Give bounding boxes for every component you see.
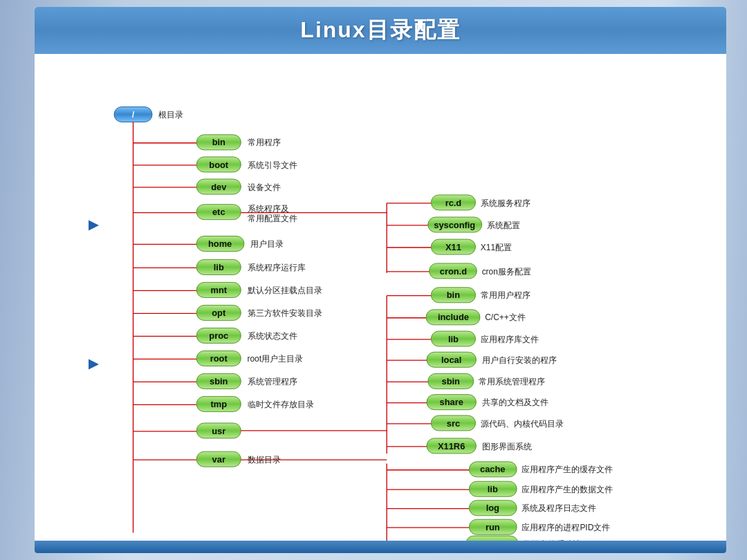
svg-text:共享的文档及文件: 共享的文档及文件 [482, 398, 548, 407]
diagram-svg: / 根目录 ▶ ▶ bin 常用程序 boot 系统引导文件 dev 设备文件 [35, 95, 726, 552]
svg-text:应用程序产生的缓存文件: 应用程序产生的缓存文件 [522, 465, 613, 474]
svg-text:cron服务配置: cron服务配置 [482, 267, 531, 277]
svg-text:系统配置: 系统配置 [487, 221, 520, 230]
svg-text:应用程序的进程PID文件: 应用程序的进程PID文件 [522, 523, 610, 532]
bottom-bar [35, 541, 726, 553]
svg-text:默认分区挂载点目录: 默认分区挂载点目录 [247, 286, 322, 295]
svg-text:根目录: 根目录 [158, 110, 183, 120]
svg-text:系统管理程序: 系统管理程序 [248, 377, 297, 386]
svg-text:var: var [212, 454, 225, 465]
svg-text:常用程序: 常用程序 [248, 138, 281, 147]
svg-text:src: src [447, 418, 460, 429]
svg-text:用户目录: 用户目录 [250, 239, 284, 249]
svg-text:系统引导文件: 系统引导文件 [248, 160, 297, 170]
svg-text:bin: bin [447, 290, 460, 300]
svg-text:应用程序库文件: 应用程序库文件 [481, 335, 539, 344]
svg-text:tmp: tmp [210, 399, 227, 409]
svg-text:lib: lib [488, 484, 498, 494]
svg-text:/: / [132, 109, 135, 120]
svg-text:▶: ▶ [89, 356, 100, 371]
svg-text:系统程序运行库: 系统程序运行库 [248, 263, 306, 272]
svg-text:X11R6: X11R6 [438, 441, 465, 451]
svg-text:用户自行安装的程序: 用户自行安装的程序 [482, 355, 557, 365]
svg-text:C/C++文件: C/C++文件 [485, 312, 525, 322]
svg-text:系统程序及: 系统程序及 [248, 204, 289, 214]
svg-text:临时文件存放目录: 临时文件存放目录 [248, 400, 314, 409]
svg-text:第三方软件安装目录: 第三方软件安装目录 [248, 308, 322, 318]
main-container: Linux目录配置 / 根目录 ▶ [35, 7, 726, 553]
svg-text:X11: X11 [445, 242, 461, 252]
svg-text:bin: bin [212, 137, 225, 147]
svg-text:lib: lib [214, 262, 224, 272]
content-area: / 根目录 ▶ ▶ bin 常用程序 boot 系统引导文件 dev 设备文件 [35, 54, 726, 552]
svg-text:root用户主目录: root用户主目录 [248, 354, 304, 364]
svg-text:boot: boot [209, 160, 229, 170]
svg-text:系统及程序日志文件: 系统及程序日志文件 [522, 503, 596, 513]
svg-text:sysconfig: sysconfig [434, 220, 475, 230]
svg-text:etc: etc [212, 207, 225, 217]
svg-text:dev: dev [211, 182, 227, 192]
svg-text:常用系统管理程序: 常用系统管理程序 [479, 377, 545, 386]
svg-text:设备文件: 设备文件 [248, 183, 281, 192]
svg-text:系统状态文件: 系统状态文件 [248, 331, 297, 341]
svg-text:▶: ▶ [89, 217, 100, 232]
svg-text:root: root [210, 353, 228, 364]
svg-text:cache: cache [480, 464, 505, 474]
svg-text:home: home [208, 239, 232, 249]
svg-text:local: local [441, 355, 461, 365]
svg-text:源代码、内核代码目录: 源代码、内核代码目录 [481, 419, 564, 429]
svg-text:应用程序产生的数据文件: 应用程序产生的数据文件 [522, 485, 613, 494]
svg-text:常用用户程序: 常用用户程序 [481, 290, 531, 300]
page-title: Linux目录配置 [35, 15, 726, 46]
svg-text:X11配置: X11配置 [481, 243, 512, 252]
svg-text:rc.d: rc.d [445, 198, 462, 208]
svg-text:proc: proc [209, 330, 228, 341]
svg-text:常用配置文件: 常用配置文件 [248, 214, 297, 223]
svg-text:include: include [438, 312, 469, 322]
svg-text:usr: usr [212, 426, 225, 436]
svg-text:mnt: mnt [210, 285, 227, 295]
svg-text:图形界面系统: 图形界面系统 [482, 442, 532, 451]
svg-text:lib: lib [448, 334, 459, 344]
svg-text:系统服务程序: 系统服务程序 [481, 198, 531, 208]
svg-text:opt: opt [212, 308, 226, 318]
svg-text:cron.d: cron.d [440, 266, 467, 277]
svg-text:sbin: sbin [442, 376, 461, 386]
svg-text:run: run [486, 522, 500, 532]
svg-text:sbin: sbin [210, 376, 228, 386]
svg-text:log: log [486, 503, 499, 513]
svg-text:share: share [440, 397, 463, 407]
title-bar: Linux目录配置 [35, 7, 726, 54]
